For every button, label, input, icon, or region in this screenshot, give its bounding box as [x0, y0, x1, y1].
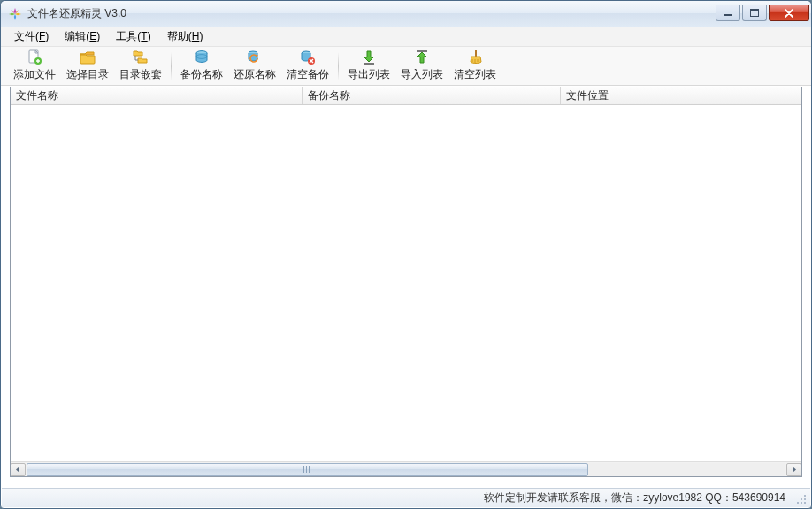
import-icon: [414, 49, 430, 65]
titlebar[interactable]: 文件名还原精灵 V3.0: [1, 1, 811, 27]
file-list-view: 文件名称 备份名称 文件位置: [10, 87, 802, 477]
scroll-right-button[interactable]: [786, 463, 801, 476]
clear-backup-button[interactable]: 清空备份: [281, 49, 334, 84]
directory-nest-button[interactable]: 目录嵌套: [114, 49, 167, 84]
import-list-button[interactable]: 导入列表: [395, 49, 448, 84]
scrollbar-thumb[interactable]: [27, 463, 588, 476]
restore-name-button[interactable]: 还原名称: [228, 49, 281, 84]
database-restore-icon: [247, 49, 263, 65]
column-header-filename[interactable]: 文件名称: [11, 87, 303, 104]
column-header-filepath[interactable]: 文件位置: [561, 87, 801, 104]
status-text: 软件定制开发请联系客服，微信：zyylove1982 QQ：543690914: [484, 490, 785, 505]
close-button[interactable]: [769, 5, 809, 21]
menubar: 文件(F) 编辑(E) 工具(T) 帮助(H): [1, 27, 811, 47]
tool-label: 导入列表: [401, 67, 443, 82]
resize-grip-icon[interactable]: [794, 492, 807, 505]
tool-label: 选择目录: [66, 67, 109, 82]
select-directory-button[interactable]: 选择目录: [61, 49, 114, 84]
document-add-icon: [27, 49, 42, 65]
export-list-button[interactable]: 导出列表: [342, 49, 395, 84]
svg-rect-2: [750, 9, 759, 11]
backup-name-button[interactable]: 备份名称: [175, 49, 228, 84]
folder-icon: [80, 49, 96, 65]
tool-label: 添加文件: [13, 67, 56, 82]
table-header: 文件名称 备份名称 文件位置: [11, 87, 801, 105]
svg-rect-11: [417, 50, 427, 52]
column-header-backupname[interactable]: 备份名称: [303, 87, 561, 104]
minimize-button[interactable]: [716, 5, 740, 21]
menu-edit[interactable]: 编辑(E): [57, 27, 108, 46]
application-window: 文件名还原精灵 V3.0 文件(F) 编辑(E) 工具(T) 帮助(H) 添加文…: [0, 0, 812, 509]
table-body[interactable]: [11, 105, 801, 461]
scroll-left-button[interactable]: [11, 463, 26, 476]
tool-label: 还原名称: [234, 67, 276, 82]
scrollbar-track[interactable]: [27, 463, 785, 476]
folder-tree-icon: [133, 49, 149, 65]
toolbar: 添加文件 选择目录 目录嵌套 备份名称 还原名称: [1, 47, 811, 86]
broom-icon: [467, 49, 483, 65]
svg-rect-12: [475, 50, 477, 57]
database-delete-icon: [300, 49, 316, 65]
database-icon: [194, 49, 210, 65]
tool-label: 清空列表: [454, 67, 496, 82]
tool-label: 备份名称: [180, 67, 223, 82]
svg-rect-0: [724, 14, 732, 16]
export-icon: [361, 49, 377, 65]
tool-label: 导出列表: [348, 67, 390, 82]
horizontal-scrollbar[interactable]: [11, 461, 801, 476]
menu-help[interactable]: 帮助(H): [159, 27, 211, 46]
maximize-button[interactable]: [742, 5, 767, 21]
toolbar-separator: [338, 52, 339, 80]
menu-file[interactable]: 文件(F): [6, 27, 57, 46]
app-icon: [8, 7, 22, 21]
add-file-button[interactable]: 添加文件: [8, 49, 61, 84]
clear-list-button[interactable]: 清空列表: [448, 49, 502, 84]
tool-label: 清空备份: [287, 67, 329, 82]
svg-rect-10: [364, 63, 374, 65]
menu-tool[interactable]: 工具(T): [108, 27, 158, 46]
window-controls: [716, 5, 809, 21]
tool-label: 目录嵌套: [119, 67, 162, 82]
statusbar: 软件定制开发请联系客服，微信：zyylove1982 QQ：543690914: [2, 488, 810, 507]
toolbar-separator: [171, 52, 172, 80]
window-title: 文件名还原精灵 V3.0: [27, 6, 716, 21]
